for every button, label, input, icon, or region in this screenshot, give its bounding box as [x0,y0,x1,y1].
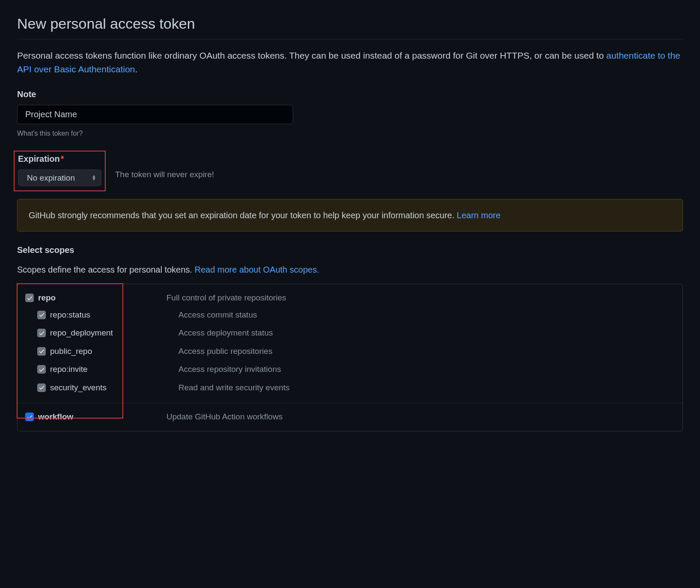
scope-group: workflowUpdate GitHub Action workflows [18,403,682,431]
scope-checkbox[interactable] [37,383,46,392]
scope-checkbox[interactable] [37,329,46,337]
scope-description: Read and write security events [178,382,290,394]
intro-prefix: Personal access tokens function like ord… [17,50,606,60]
intro-suffix: . [135,64,138,74]
scope-row: workflowUpdate GitHub Action workflows [25,409,675,425]
scope-description: Update GitHub Action workflows [166,411,282,423]
note-help: What's this token for? [17,128,683,139]
scope-description: Access commit status [178,309,257,321]
intro-text: Personal access tokens function like ord… [17,49,683,76]
scope-row: repo:statusAccess commit status [25,306,675,324]
scope-description: Access deployment status [178,327,273,339]
note-input[interactable] [17,105,293,124]
scope-row: repo:inviteAccess repository invitations [25,360,675,379]
scopes-desc-prefix: Scopes define the access for personal to… [17,265,195,274]
scope-row: security_eventsRead and write security e… [25,379,675,397]
scope-row: public_repoAccess public repositories [25,342,675,361]
expiration-label: Expiration* [18,152,101,165]
scope-name: repo [38,292,166,304]
scope-description: Full control of private repositories [166,292,286,304]
scopes-heading: Select scopes [17,244,683,256]
scope-name: workflow [38,411,166,423]
scope-group: repoFull control of private repositories… [18,284,682,403]
alert-text: GitHub strongly recommends that you set … [29,211,457,220]
scope-name: public_repo [50,345,178,358]
scope-name: security_events [50,382,178,394]
scope-row: repoFull control of private repositories [25,290,675,306]
note-section: Note What's this token for? [17,88,683,139]
scope-description: Access public repositories [178,345,273,358]
scope-checkbox[interactable] [37,365,46,374]
scope-checkbox[interactable] [25,294,34,302]
scope-description: Access repository invitations [178,363,281,376]
scopes-description: Scopes define the access for personal to… [17,263,683,276]
expiration-warning-alert: GitHub strongly recommends that you set … [17,199,683,232]
required-star-icon: * [61,154,64,163]
scope-checkbox[interactable] [25,413,34,421]
alert-learn-more-link[interactable]: Learn more [457,211,501,220]
scope-checkbox[interactable] [37,311,46,319]
page-title: New personal access token [17,13,683,39]
expiration-select[interactable]: No expiration [18,169,101,186]
scope-row: repo_deploymentAccess deployment status [25,324,675,342]
expiration-label-text: Expiration [18,154,60,163]
scopes-container: repoFull control of private repositories… [17,284,683,431]
scopes-readmore-link[interactable]: Read more about OAuth scopes. [195,265,319,274]
note-label: Note [17,88,683,101]
scope-name: repo:status [50,309,178,321]
scope-checkbox[interactable] [37,347,46,356]
scope-name: repo:invite [50,363,178,376]
expiration-hint: The token will never expire! [115,169,214,181]
scope-name: repo_deployment [50,327,178,339]
expiration-section: Expiration* No expiration ▲▼ [14,151,106,191]
